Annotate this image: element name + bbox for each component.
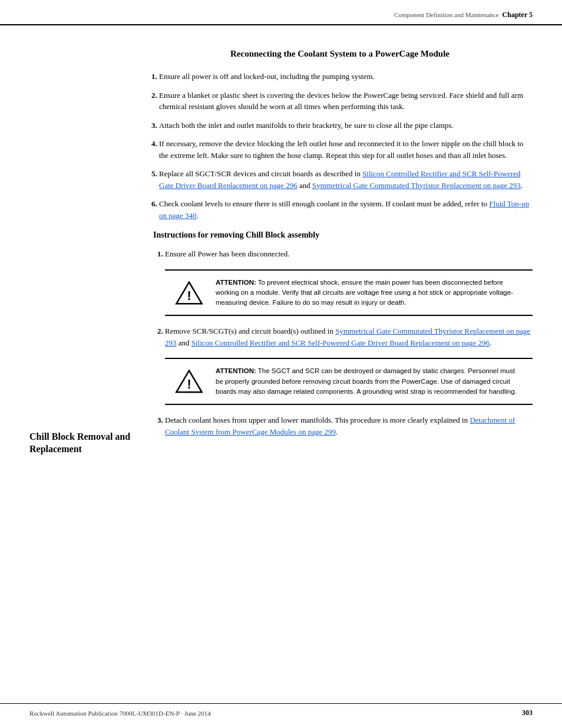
reconnecting-section: Reconnecting the Coolant System to a Pow… [0, 25, 562, 221]
header-title: Component Definition and Maintenance [394, 11, 498, 18]
left-sidebar: Chill Block Removal and Replacement [29, 230, 147, 456]
step-2-text: Ensure a blanket or plastic sheet is cov… [159, 91, 523, 111]
attention-body-2: The SGCT and SCR can be destroyed or dam… [216, 367, 517, 395]
step-4: If necessary, remove the device blocking… [159, 138, 533, 161]
chill-step-2-text-middle: and [177, 338, 191, 347]
svg-text:!: ! [187, 288, 191, 302]
chill-block-steps: Ensure all Power has been disconnected. … [153, 248, 533, 437]
page-footer: Rockwell Automation Publication 7000L-UM… [0, 703, 562, 717]
page-header: Component Definition and Maintenance Cha… [0, 0, 562, 25]
subsection-heading: Instructions for removing Chill Block as… [153, 230, 533, 240]
step-3-text: Attach both the inlet and outlet manifol… [159, 121, 454, 130]
step-1-text: Ensure all power is off and locked-out, … [159, 72, 375, 81]
step-5-link2[interactable]: Symmetrical Gate Commutated Thyristor Re… [312, 181, 521, 190]
attention-icon-2: ! [174, 366, 204, 394]
warning-triangle-icon: ! [174, 280, 204, 306]
attention-icon-1: ! [174, 278, 204, 306]
attention-box-1: ! ATTENTION: To prevent electrical shock… [165, 269, 533, 317]
attention-body-1: To prevent electrical shock, ensure the … [216, 279, 513, 307]
step-5-text-middle: and [297, 181, 312, 190]
chill-step-3-text-before: Detach coolant hoses from upper and lowe… [165, 416, 470, 424]
chill-step-2-link2[interactable]: Silicon Controlled Rectifier and SCR Sel… [191, 338, 490, 347]
step-5-text-after: . [521, 181, 523, 190]
attention-label-2: ATTENTION: [216, 367, 256, 374]
step-4-text: If necessary, remove the device blocking… [159, 139, 524, 160]
step-5-text-before: Replace all SGCT/SCR devices and circuit… [159, 169, 362, 178]
chill-block-section: Chill Block Removal and Replacement Inst… [0, 230, 562, 456]
svg-text:!: ! [187, 377, 191, 391]
attention-text-2: ATTENTION: The SGCT and SCR can be destr… [216, 366, 523, 397]
reconnecting-heading: Reconnecting the Coolant System to a Pow… [147, 49, 533, 59]
step-3: Attach both the inlet and outlet manifol… [159, 120, 533, 131]
header-chapter-label: Chapter 5 [503, 11, 533, 19]
chill-step-3-text-after: . [336, 427, 338, 436]
sidebar-title: Chill Block Removal and Replacement [29, 431, 135, 456]
step-6-text-after: . [197, 211, 199, 220]
chill-step-2-text-before: Remove SCR/SCGT(s) and circuit board(s) … [165, 327, 335, 335]
step-5: Replace all SGCT/SCR devices and circuit… [159, 168, 533, 191]
chill-step-2: Remove SCR/SCGT(s) and circuit board(s) … [165, 325, 533, 405]
attention-text-1: ATTENTION: To prevent electrical shock, … [216, 278, 523, 308]
footer-page-number: 303 [522, 709, 533, 717]
step-6-text-before: Check coolant levels to ensure there is … [159, 199, 489, 208]
reconnecting-steps: Ensure all power is off and locked-out, … [147, 71, 533, 221]
step-2: Ensure a blanket or plastic sheet is cov… [159, 90, 533, 113]
chill-block-main: Instructions for removing Chill Block as… [147, 230, 533, 456]
header-chapter: Component Definition and Maintenance Cha… [394, 11, 533, 19]
chill-step-3: Detach coolant hoses from upper and lowe… [165, 414, 533, 437]
footer-publication: Rockwell Automation Publication 7000L-UM… [29, 710, 211, 717]
step-1: Ensure all power is off and locked-out, … [159, 71, 533, 83]
warning-triangle-icon-2: ! [174, 368, 204, 394]
step-6: Check coolant levels to ensure there is … [159, 198, 533, 221]
chill-step-1-text: Ensure all Power has been disconnected. [165, 249, 290, 258]
chill-step-1: Ensure all Power has been disconnected. … [165, 248, 533, 316]
attention-box-2: ! ATTENTION: The SGCT and SCR can be des… [165, 358, 533, 405]
attention-label-1: ATTENTION: [216, 279, 256, 286]
page: Component Definition and Maintenance Cha… [0, 0, 562, 728]
reconnecting-content: Reconnecting the Coolant System to a Pow… [29, 37, 533, 221]
chill-step-2-text-after: . [490, 338, 491, 347]
